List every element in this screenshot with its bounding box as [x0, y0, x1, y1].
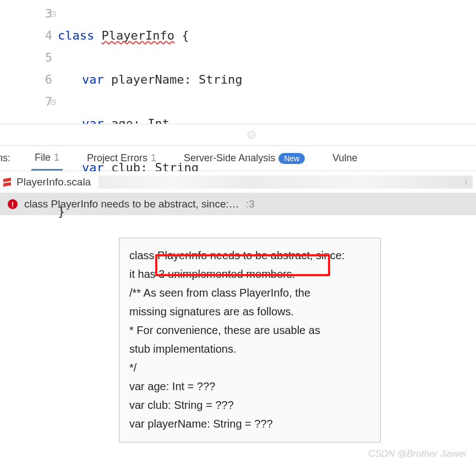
new-badge: New — [278, 153, 305, 164]
code-content[interactable]: class PlayerInfo { var playerName: Strin… — [58, 0, 242, 124]
file-name: PlayerInfo.scala — [17, 176, 91, 188]
code-line[interactable]: class PlayerInfo { — [58, 25, 242, 47]
tooltip-line: class PlayerInfo needs to be abstract, s… — [129, 246, 370, 265]
cut-right: i — [465, 171, 476, 193]
tooltip-line: it has 3 unimplemented members. — [129, 265, 370, 283]
tooltip-line: var club: String = ??? — [129, 396, 370, 414]
tab-label: Server-Side Analysis — [184, 152, 275, 164]
tab-vulnerabilities-cut[interactable]: Vulne — [329, 146, 360, 171]
tab-label: Project Errors — [87, 152, 147, 164]
fold-collapse-icon[interactable]: − — [51, 100, 56, 105]
tooltip-line: stub implementations. — [129, 340, 370, 358]
tooltip-line: */ — [129, 358, 370, 377]
brace: { — [174, 29, 189, 42]
tab-count: 1 — [151, 152, 156, 164]
tab-label: Vulne — [332, 152, 357, 164]
line-number: 5 — [45, 47, 52, 69]
gutter: 3− 4 5 6 7− — [0, 0, 58, 124]
tooltip-line: /** As seen from class PlayerInfo, the — [129, 283, 370, 302]
tab-file[interactable]: File 1 — [31, 146, 63, 171]
error-tooltip: class PlayerInfo needs to be abstract, s… — [119, 238, 381, 442]
tab-project-errors[interactable]: Project Errors 1 — [84, 146, 160, 171]
error-line-ref: :3 — [246, 198, 255, 210]
tab-label: File — [35, 152, 51, 163]
scala-file-icon — [3, 178, 12, 187]
line-number: 6 — [45, 69, 52, 91]
error-icon: ! — [8, 199, 18, 209]
tab-bar-cut-left: ems: — [0, 152, 10, 164]
keyword: class — [58, 29, 94, 42]
tab-server-side-analysis[interactable]: Server-Side Analysis New — [180, 146, 308, 171]
editor-divider — [0, 124, 476, 146]
watermark: CSDN @Brother Jiawei — [368, 448, 466, 459]
run-target-icon[interactable] — [248, 131, 255, 139]
line-number: 4 — [45, 25, 52, 47]
class-name-error[interactable]: PlayerInfo — [101, 29, 174, 42]
type: String — [199, 73, 242, 86]
code-line[interactable]: var playerName: String — [58, 69, 242, 91]
tooltip-line: missing signatures are as follows. — [129, 302, 370, 321]
problems-file-row[interactable]: PlayerInfo.scala i — [0, 171, 476, 193]
tooltip-line: var playerName: String = ??? — [129, 414, 370, 433]
error-message: class PlayerInfo needs to be abstract, s… — [24, 198, 239, 210]
keyword: var — [82, 73, 104, 86]
tooltip-line: var age: Int = ??? — [129, 377, 370, 396]
code-editor[interactable]: 3− 4 5 6 7− class PlayerInfo { var playe… — [0, 0, 476, 124]
blurred-path — [99, 176, 473, 189]
tab-count: 1 — [54, 152, 59, 163]
tooltip-line: * For convenience, these are usable as — [129, 321, 370, 340]
identifier: playerName — [111, 73, 184, 86]
fold-collapse-icon[interactable]: − — [51, 12, 56, 17]
